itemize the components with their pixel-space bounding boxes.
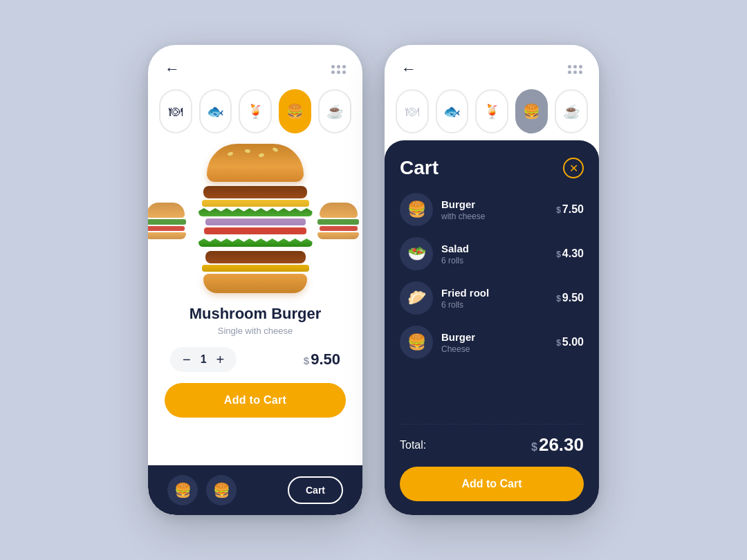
close-icon: ✕ <box>569 162 578 175</box>
menu-button[interactable] <box>331 65 346 74</box>
cart-item-info: Burger Cheese <box>441 331 548 354</box>
cart-item-info: Fried rool 6 rolls <box>441 287 548 310</box>
quantity-value: 1 <box>201 353 207 366</box>
decrement-button[interactable]: − <box>183 353 191 366</box>
bottom-food-item-1[interactable]: 🍔 <box>167 475 198 505</box>
right-category-bar: 🍽 🐟 🍹 🍔 ☕ <box>385 85 599 133</box>
right-category-coffee[interactable]: ☕ <box>555 89 588 133</box>
right-category-cocktail[interactable]: 🍹 <box>475 89 508 133</box>
category-food[interactable]: 🍽 <box>159 89 192 133</box>
category-seafood[interactable]: 🐟 <box>199 89 232 133</box>
cart-item-price: $7.50 <box>556 203 584 216</box>
dollar-sign: $ <box>556 338 561 348</box>
price-value: 9.50 <box>311 351 340 368</box>
product-info: Mushroom Burger Single with cheese <box>148 299 362 339</box>
category-burger[interactable]: 🍔 <box>279 89 312 133</box>
category-bar: 🍽 🐟 🍹 🍔 ☕ <box>148 85 362 140</box>
cart-item-info: Burger with cheese <box>441 198 548 221</box>
cart-items-list: 🍔 Burger with cheese $7.50 🥗 Salad 6 rol… <box>400 193 584 420</box>
cart-close-button[interactable]: ✕ <box>563 158 584 178</box>
dollar-sign: $ <box>556 294 561 304</box>
bottom-food-items: 🍔 🍔 <box>167 475 237 505</box>
right-add-to-cart-button[interactable]: Add to Cart <box>400 467 584 501</box>
cart-item-price: $9.50 <box>556 292 584 304</box>
increment-button[interactable]: + <box>216 353 225 366</box>
total-label: Total: <box>400 439 426 451</box>
cart-item-price: $5.00 <box>556 336 584 348</box>
total-price-value: 26.30 <box>539 434 584 455</box>
cart-item-price: $4.30 <box>556 248 584 260</box>
right-phone-header: ← <box>385 45 599 85</box>
total-row: Total: $26.30 <box>400 429 584 467</box>
cart-item-row: 🍔 Burger Cheese $5.00 <box>400 326 584 359</box>
cart-item-sub: Cheese <box>441 344 548 354</box>
category-coffee[interactable]: ☕ <box>318 89 351 133</box>
cart-bottom-button[interactable]: Cart <box>288 476 343 504</box>
cart-item-row: 🥗 Salad 6 rolls $4.30 <box>400 237 584 270</box>
right-menu-button[interactable] <box>568 65 582 74</box>
cart-item-info: Salad 6 rolls <box>441 243 548 265</box>
quantity-price-row: − 1 + $9.50 <box>148 339 362 380</box>
left-phone-header: ← <box>148 45 362 85</box>
side-product-right <box>314 189 362 251</box>
cart-item-row: 🥟 Fried rool 6 rolls $9.50 <box>400 281 584 315</box>
product-name: Mushroom Burger <box>165 305 346 323</box>
cart-item-image: 🍔 <box>400 193 433 226</box>
dollar-sign: $ <box>556 250 561 259</box>
cart-item-sub: with cheese <box>441 212 548 221</box>
total-dollar-sign: $ <box>531 441 537 453</box>
total-price: $26.30 <box>531 434 584 456</box>
bottom-navigation: 🍔 🍔 Cart <box>148 465 362 515</box>
product-image-area <box>148 140 362 299</box>
cart-item-name: Fried rool <box>441 287 548 299</box>
left-phone: ← 🍽 🐟 🍹 🍔 ☕ <box>148 45 362 515</box>
category-cocktail[interactable]: 🍹 <box>239 89 272 133</box>
back-button[interactable]: ← <box>165 60 180 78</box>
cart-divider <box>400 424 584 424</box>
cart-item-sub: 6 rolls <box>441 256 548 265</box>
price-display: $9.50 <box>304 351 340 368</box>
cart-item-image: 🍔 <box>400 326 433 359</box>
cart-item-name: Burger <box>441 198 548 210</box>
bottom-food-item-2[interactable]: 🍔 <box>206 475 237 505</box>
dollar-sign: $ <box>556 205 561 215</box>
cart-title-row: Cart ✕ <box>400 157 584 179</box>
main-product-image <box>186 144 324 296</box>
cart-title: Cart <box>400 157 439 179</box>
right-category-seafood[interactable]: 🐟 <box>436 89 469 133</box>
right-phone: ← 🍽 🐟 🍹 🍔 ☕ Cart ✕ <box>385 45 599 515</box>
cart-item-name: Burger <box>441 331 548 343</box>
right-category-food[interactable]: 🍽 <box>396 89 429 133</box>
right-category-burger[interactable]: 🍔 <box>515 89 548 133</box>
price-symbol: $ <box>304 355 309 366</box>
cart-item-image: 🥟 <box>400 281 433 315</box>
product-description: Single with cheese <box>165 326 346 336</box>
cart-panel: Cart ✕ 🍔 Burger with cheese $7.50 <box>385 140 599 515</box>
cart-item-row: 🍔 Burger with cheese $7.50 <box>400 193 584 226</box>
quantity-control: − 1 + <box>170 347 237 372</box>
add-to-cart-button[interactable]: Add to Cart <box>165 383 346 418</box>
cart-item-image: 🥗 <box>400 237 433 270</box>
right-back-button[interactable]: ← <box>401 60 416 78</box>
cart-item-name: Salad <box>441 243 548 254</box>
cart-item-sub: 6 rolls <box>441 300 548 310</box>
